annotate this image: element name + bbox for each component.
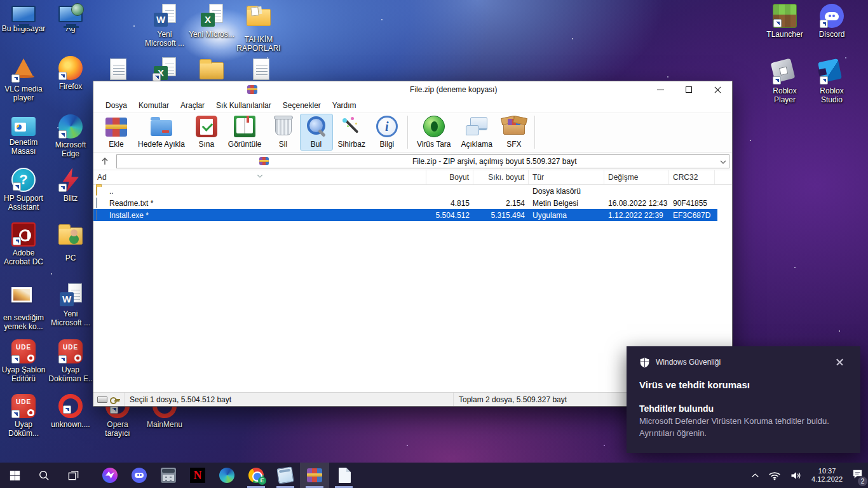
desktop-icon-hp-support[interactable]: ? HP Support Assistant bbox=[0, 168, 47, 212]
chevron-up-icon bbox=[751, 473, 759, 478]
desktop-icon-partial-document[interactable] bbox=[95, 57, 142, 83]
windows-security-toast[interactable]: Windows Güvenliği Virüs ve tehdit koruma… bbox=[627, 346, 860, 453]
menu-araclar[interactable]: Araçlar bbox=[175, 99, 210, 112]
combo-dropdown-icon[interactable] bbox=[720, 157, 726, 166]
taskbar-search-button[interactable] bbox=[29, 463, 58, 488]
cell-modified: 16.08.2022 12:43 bbox=[604, 199, 669, 208]
desktop-icon-partial-excel[interactable]: X bbox=[141, 57, 188, 81]
firefox-icon bbox=[58, 56, 83, 80]
menu-yardim[interactable]: Yardım bbox=[327, 99, 362, 112]
toolbar-ekle[interactable]: Ekle bbox=[100, 114, 133, 151]
menu-komutlar[interactable]: Komutlar bbox=[133, 99, 175, 112]
close-button[interactable] bbox=[703, 81, 732, 98]
desktop-icon-word-top[interactable]: W Yeni Microsoft ... bbox=[141, 4, 188, 48]
icon-label: Microsoft Edge bbox=[47, 140, 94, 158]
menu-dosya[interactable]: Dosya bbox=[100, 99, 133, 112]
toolbar-hedefe-ayikla[interactable]: Hedefe Ayıkla bbox=[133, 114, 190, 151]
desktop-icon-unknown[interactable]: unknown.... bbox=[47, 394, 94, 429]
toolbar-sfx[interactable]: SFX bbox=[498, 114, 531, 151]
tray-chevron-button[interactable] bbox=[747, 463, 764, 488]
taskbar-document[interactable] bbox=[329, 463, 358, 488]
column-header-siki-boyut[interactable]: Sıkı. boyut bbox=[473, 170, 529, 184]
toast-app-name: Windows Güvenliği bbox=[656, 358, 721, 367]
toolbar-virus-tara[interactable]: Virüs Tara bbox=[412, 114, 456, 151]
key-icon[interactable] bbox=[110, 396, 120, 403]
desktop-icon-denetim-masasi[interactable]: Denetim Masası bbox=[0, 114, 47, 156]
start-button[interactable] bbox=[0, 463, 29, 488]
up-directory-button[interactable] bbox=[97, 154, 112, 168]
desktop-icon-vlc[interactable]: VLC media player bbox=[0, 56, 47, 102]
toolbar-sina[interactable]: Sına bbox=[190, 114, 223, 151]
status-selected: Seçili 1 dosya, 5.504.512 bayt bbox=[125, 393, 454, 406]
parent-dir-row[interactable]: .. Dosya klasörü bbox=[93, 185, 717, 197]
desktop-icon-bu-bilgisayar[interactable]: Bu bilgisayar bbox=[0, 4, 47, 33]
taskbar-messenger[interactable] bbox=[95, 463, 125, 488]
taskbar-netflix[interactable]: N bbox=[183, 463, 212, 488]
sfx-box-icon bbox=[503, 121, 525, 135]
shortcut-arrow-icon bbox=[11, 410, 20, 418]
column-header-boyut[interactable]: Boyut bbox=[426, 170, 473, 184]
toast-close-icon[interactable] bbox=[831, 355, 848, 369]
cell-type: Dosya klasörü bbox=[529, 187, 604, 196]
desktop-icon-discord[interactable]: Discord bbox=[808, 4, 855, 39]
column-header-tur[interactable]: Tür bbox=[529, 170, 604, 184]
column-header-ad[interactable]: Ad bbox=[93, 170, 426, 184]
desktop-icon-roblox-studio[interactable]: Roblox Studio bbox=[808, 58, 855, 104]
messenger-icon bbox=[102, 468, 118, 483]
desktop-icon-tlauncher[interactable]: TLauncher bbox=[761, 4, 808, 39]
icon-label: Roblox Player bbox=[761, 86, 808, 104]
column-header-crc32[interactable]: CRC32 bbox=[669, 170, 715, 184]
file-row-readme[interactable]: Readme.txt * 4.815 2.154 Metin Belgesi 1… bbox=[93, 197, 717, 209]
calculator-icon bbox=[161, 468, 176, 483]
toolbar-sil[interactable]: Sil bbox=[267, 114, 300, 151]
desktop-icon-tahkim[interactable]: TAHKİM RAPORLARI bbox=[235, 4, 282, 53]
desktop-icon-edge[interactable]: Microsoft Edge bbox=[47, 114, 94, 158]
desktop-icon-roblox-player[interactable]: Roblox Player bbox=[761, 58, 808, 104]
tray-volume-button[interactable] bbox=[785, 463, 807, 488]
taskbar-winrar[interactable] bbox=[300, 463, 329, 488]
taskbar-discord[interactable] bbox=[125, 463, 154, 488]
desktop-icon-yemek-image[interactable]: en sevdiğim yemek ko... bbox=[0, 283, 47, 331]
shortcut-arrow-icon bbox=[820, 76, 828, 85]
maximize-button[interactable] bbox=[675, 81, 703, 98]
menu-sik-kullanilanlar[interactable]: Sık Kullanılanlar bbox=[210, 99, 277, 112]
column-header-degisme[interactable]: Değişme bbox=[604, 170, 669, 184]
minimize-button[interactable] bbox=[646, 81, 675, 98]
desktop-icon-uyap-dokum[interactable]: UDE Uyap Döküm... bbox=[0, 394, 47, 438]
cell-size: 4.815 bbox=[426, 199, 473, 208]
desktop-icon-pc-folder[interactable]: PC bbox=[47, 222, 94, 262]
desktop-icon-ag[interactable]: Ağ bbox=[47, 4, 94, 33]
toolbar-bilgi[interactable]: i Bilgi bbox=[370, 114, 403, 151]
icon-label: unknown.... bbox=[47, 420, 94, 429]
tray-clock[interactable]: 10:374.12.2022 bbox=[807, 463, 847, 488]
list-header: Ad Boyut Sıkı. boyut Tür Değişme CRC32 bbox=[93, 170, 732, 185]
file-row-install-selected[interactable]: Install.exe * 5.504.512 5.315.494 Uygula… bbox=[93, 209, 717, 221]
taskbar-edge[interactable] bbox=[212, 463, 241, 488]
titlebar[interactable]: File.zip (deneme kopyası) bbox=[93, 81, 732, 98]
shortcut-arrow-icon bbox=[773, 76, 781, 85]
toolbar-bul[interactable]: Bul bbox=[300, 114, 333, 151]
menu-secenekler[interactable]: Seçenekler bbox=[277, 99, 327, 112]
taskbar-notepad[interactable] bbox=[271, 463, 300, 488]
windows-security-shield-icon bbox=[639, 357, 650, 368]
toolbar-aciklama[interactable]: Açıklama bbox=[456, 114, 497, 151]
uyap-icon: UDE bbox=[58, 339, 83, 363]
desktop-icon-uyap-sablon[interactable]: UDE Uyap Şablon Editörü bbox=[0, 339, 47, 383]
toolbar-sihirbaz[interactable]: Sihirbaz bbox=[333, 114, 370, 151]
desktop-icon-adobe[interactable]: Adobe Acrobat DC bbox=[0, 222, 47, 266]
action-center-button[interactable]: 2 bbox=[847, 463, 868, 488]
taskbar-chrome[interactable]: E bbox=[241, 463, 271, 488]
archive-path-combo[interactable]: File.zip - ZIP arşivi, açılmış boyut 5.5… bbox=[116, 154, 729, 168]
desktop-icon-firefox[interactable]: Firefox bbox=[47, 56, 94, 91]
taskbar-calculator[interactable] bbox=[154, 463, 183, 488]
desktop-icon-word-doc[interactable]: W Yeni Microsoft ... bbox=[47, 283, 94, 327]
drive-icon[interactable] bbox=[97, 396, 107, 403]
notepad-icon bbox=[276, 466, 294, 484]
desktop-icon-uyap-dokuman[interactable]: UDE Uyap Doküman E.. bbox=[47, 339, 94, 383]
desktop-icon-blitz[interactable]: Blitz bbox=[47, 168, 94, 203]
desktop-icon-partial-document2[interactable] bbox=[238, 57, 285, 83]
tray-wifi-button[interactable] bbox=[764, 463, 785, 488]
task-view-button[interactable] bbox=[58, 463, 88, 488]
toolbar-goruntule[interactable]: Görüntüle bbox=[223, 114, 267, 151]
desktop-icon-excel-top[interactable]: X Yeni Micros... bbox=[188, 4, 235, 39]
